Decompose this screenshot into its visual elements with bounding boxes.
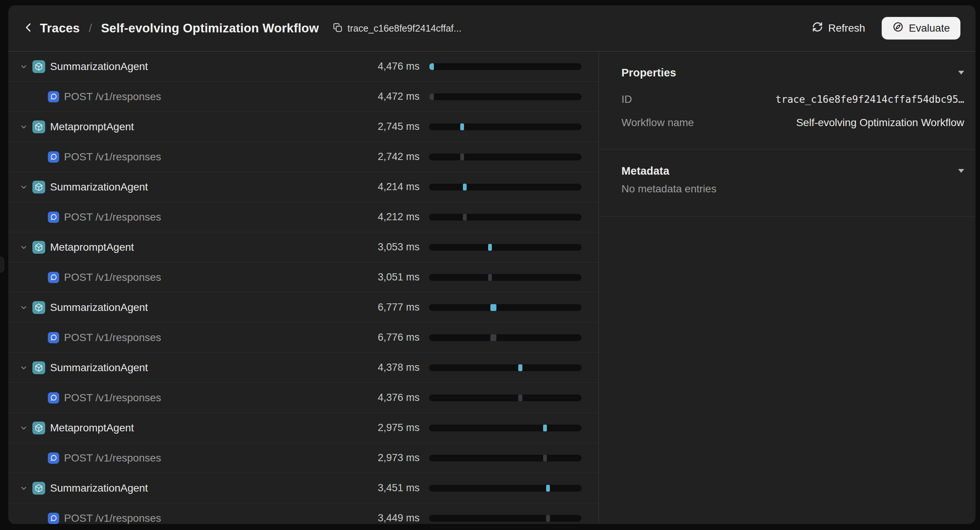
chevron-down-icon[interactable] [19,484,28,492]
span-row[interactable]: POST /v1/responses 3,051 ms [8,262,598,292]
chevron-down-icon[interactable] [19,243,28,251]
span-row[interactable]: MetapromptAgent 2,975 ms [8,413,598,443]
span-row[interactable]: SummarizationAgent 4,476 ms [8,52,598,82]
timeline-track [429,63,582,70]
header: Traces / Self-evolving Optimization Work… [8,5,975,52]
span-duration: 3,053 ms [378,232,420,262]
metadata-section: Metadata No metadata entries [599,150,975,216]
span-duration: 3,449 ms [378,503,420,524]
span-name: POST /v1/responses [64,211,161,223]
span-name: SummarizationAgent [50,60,148,73]
span-name: SummarizationAgent [50,181,148,193]
span-row[interactable]: POST /v1/responses 3,449 ms [8,503,598,524]
timeline-segment [490,334,496,341]
chevron-down-icon[interactable] [19,62,28,71]
trace-id-text: trace_c16e8fe9f2414cffaf... [348,23,462,34]
properties-header[interactable]: Properties [622,64,964,81]
timeline-segment [460,124,464,130]
span-name: POST /v1/responses [64,91,161,103]
timeline-track [429,485,582,492]
span-duration: 4,376 ms [378,383,420,413]
agent-cube-icon [32,361,45,374]
refresh-button[interactable]: Refresh [812,21,865,35]
agent-cube-icon [32,60,45,73]
metadata-title: Metadata [622,165,669,177]
caret-down-icon[interactable] [958,169,964,173]
span-duration: 6,777 ms [378,292,420,322]
span-name: POST /v1/responses [64,392,161,404]
span-duration: 4,212 ms [378,202,420,232]
span-name: POST /v1/responses [64,271,161,284]
chat-bubble-icon [48,272,59,283]
span-row[interactable]: SummarizationAgent 3,451 ms [8,473,598,503]
chevron-down-icon[interactable] [19,363,28,372]
agent-cube-icon [32,241,45,254]
timeline-segment [463,184,467,190]
property-row-workflow-name: Workflow name Self-evolving Optimization… [622,111,964,134]
agent-cube-icon [32,301,45,314]
span-row[interactable]: POST /v1/responses 6,776 ms [8,322,598,353]
span-name: SummarizationAgent [50,482,148,494]
timeline-segment [546,485,550,492]
timeline-track [429,334,582,341]
breadcrumb-traces[interactable]: Traces [40,21,80,35]
details-pane: Properties ID trace_c16e8fe9f2414cffaf54… [599,52,975,524]
timeline-track [429,304,582,311]
span-row[interactable]: POST /v1/responses 2,742 ms [8,142,598,172]
back-button[interactable] [23,22,34,34]
timeline-segment [518,364,522,371]
span-row[interactable]: SummarizationAgent 4,378 ms [8,353,598,383]
timeline-segment [543,455,547,462]
timeline-track [429,425,582,432]
span-row[interactable]: POST /v1/responses 4,212 ms [8,202,598,232]
property-row-id: ID trace_c16e8fe9f2414cffaf54dbc95… [622,88,964,111]
chat-bubble-icon [48,91,59,102]
evaluate-label: Evaluate [909,22,950,34]
timeline-track [429,395,582,401]
property-label: ID [622,94,632,105]
trace-id-badge[interactable]: trace_c16e8fe9f2414cffaf... [332,22,462,34]
property-value-id: trace_c16e8fe9f2414cffaf54dbc95… [632,94,964,105]
span-duration: 4,214 ms [378,172,420,202]
span-list: SummarizationAgent 4,476 ms POS [8,52,599,524]
span-duration: 4,476 ms [378,52,420,81]
chevron-down-icon[interactable] [19,303,28,312]
copy-icon [332,22,348,34]
evaluate-icon [892,21,909,35]
span-row[interactable]: POST /v1/responses 4,376 ms [8,383,598,413]
breadcrumb-separator: / [89,22,92,35]
properties-section: Properties ID trace_c16e8fe9f2414cffaf54… [599,52,975,150]
span-duration: 2,742 ms [378,142,420,171]
span-name: SummarizationAgent [50,362,148,374]
metadata-header[interactable]: Metadata [622,163,964,179]
agent-cube-icon [32,482,45,495]
left-edge-handle[interactable] [0,257,4,273]
chevron-down-icon[interactable] [19,183,28,191]
span-duration: 3,051 ms [378,262,420,292]
span-duration: 2,975 ms [378,413,420,443]
caret-down-icon[interactable] [958,71,964,75]
timeline-track [429,244,582,251]
timeline-segment [430,63,434,70]
span-name: POST /v1/responses [64,452,161,464]
span-row[interactable]: MetapromptAgent 3,053 ms [8,232,598,262]
span-duration: 6,776 ms [378,322,420,352]
timeline-segment [518,395,522,401]
timeline-track [429,124,582,130]
property-value-workflow-name: Self-evolving Optimization Workflow [694,117,964,129]
timeline-segment [543,425,547,432]
span-duration: 3,451 ms [378,473,420,503]
chevron-down-icon[interactable] [19,424,28,432]
timeline-segment [460,154,464,160]
chat-bubble-icon [48,392,59,403]
span-row[interactable]: POST /v1/responses 4,472 ms [8,82,598,112]
span-row[interactable]: SummarizationAgent 6,777 ms [8,292,598,322]
chevron-down-icon[interactable] [19,123,28,131]
span-row[interactable]: POST /v1/responses 2,973 ms [8,443,598,473]
span-row[interactable]: MetapromptAgent 2,745 ms [8,112,598,142]
metadata-empty-text: No metadata entries [622,181,964,197]
span-row[interactable]: SummarizationAgent 4,214 ms [8,172,598,202]
timeline-track [429,515,582,522]
span-name: SummarizationAgent [50,301,148,314]
evaluate-button[interactable]: Evaluate [882,17,961,40]
